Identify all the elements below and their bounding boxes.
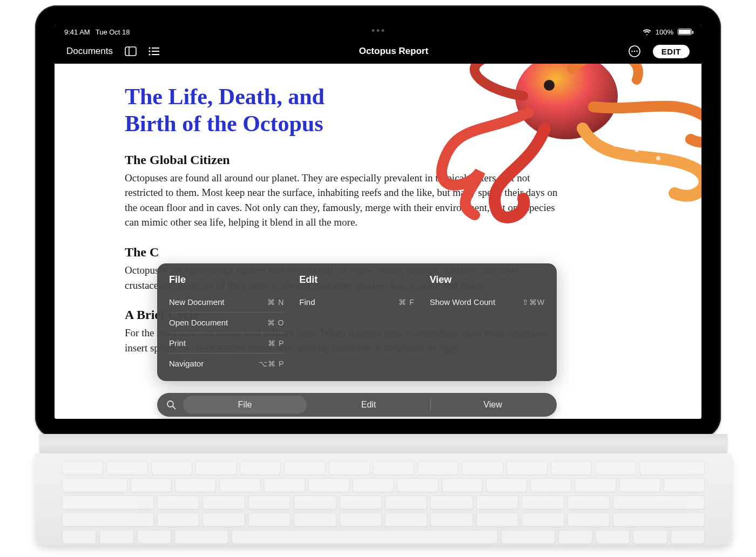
svg-point-14 [500,137,504,141]
shortcut-label: Find [299,297,315,307]
menubar-tab-view[interactable]: View [431,396,555,414]
status-date: Tue Oct 18 [96,28,130,36]
multitask-dots[interactable] [372,29,384,32]
list-icon[interactable] [148,47,159,56]
section-body: Octopuses are found all around our plane… [125,171,568,230]
svg-point-2 [148,47,150,49]
shortcut-column-title: View [430,274,545,286]
back-documents-button[interactable]: Documents [66,46,113,57]
shortcut-column-view: View Show Word Count ⇧⌘W [430,274,545,373]
svg-rect-3 [152,47,159,49]
shortcut-item[interactable]: Open Document ⌘ O [169,313,284,333]
shortcut-keys: ⌘ F [399,298,414,307]
sidebar-toggle-icon[interactable] [125,46,137,56]
shortcut-keys: ⌥⌘ P [259,359,284,368]
shortcut-search-button[interactable] [159,400,183,410]
shortcut-item[interactable]: New Document ⌘ N [169,292,284,313]
status-time: 9:41 AM [64,28,90,36]
shortcut-keys: ⌘ O [267,318,285,327]
shortcut-item[interactable]: Show Word Count ⇧⌘W [430,292,545,312]
svg-line-21 [173,406,176,409]
more-icon[interactable] [628,45,641,58]
shortcut-item[interactable]: Navigator ⌥⌘ P [169,354,284,373]
svg-point-12 [515,64,618,139]
svg-point-17 [613,142,617,147]
section-heading: The C [125,245,631,260]
svg-point-4 [148,50,150,52]
section-heading: The Global Citizen [125,153,631,167]
svg-rect-0 [125,47,136,56]
battery-percent: 100% [656,28,673,36]
shortcut-keys: ⌘ P [268,339,284,348]
wifi-icon [643,29,651,35]
svg-point-11 [636,51,638,52]
svg-point-13 [544,80,555,91]
menubar-tab-edit[interactable]: Edit [307,396,430,414]
search-icon [166,400,176,410]
shortcut-menu-bar: File Edit View [157,393,557,417]
menubar-tab-file[interactable]: File [183,396,307,414]
ipad-device: 9:41 AM Tue Oct 18 100% Documents [35,5,721,545]
svg-point-19 [656,156,660,160]
shortcut-item[interactable]: Find ⌘ F [299,292,414,312]
svg-point-20 [167,401,173,407]
app-toolbar: Documents Octopus Report EDIT [55,39,701,64]
magic-keyboard [35,434,732,545]
shortcut-column-title: Edit [299,274,414,286]
shortcut-keys: ⌘ N [267,298,284,307]
svg-rect-7 [152,54,159,55]
shortcut-label: Show Word Count [430,297,495,307]
shortcut-column-edit: Edit Find ⌘ F [299,274,414,373]
keyboard-shortcuts-panel: File New Document ⌘ N Open Document ⌘ O … [157,263,557,381]
shortcut-label: New Document [169,297,225,307]
svg-point-10 [634,51,636,52]
svg-rect-5 [152,51,159,52]
keyboard-keys [35,453,732,544]
document-area: The Life, Death, and Birth of the Octopu… [55,64,701,419]
svg-point-15 [489,148,493,152]
battery-icon [678,29,692,35]
edit-button[interactable]: EDIT [653,45,690,58]
shortcut-keys: ⇧⌘W [522,298,545,307]
shortcut-column-file: File New Document ⌘ N Open Document ⌘ O … [169,274,284,373]
shortcut-column-title: File [169,274,284,286]
screen: 9:41 AM Tue Oct 18 100% Documents [55,25,701,419]
shortcut-label: Open Document [169,318,228,327]
svg-point-9 [631,51,633,52]
svg-point-18 [634,148,639,152]
doc-heading: The Life, Death, and Birth of the Octopu… [125,83,373,138]
shortcut-item[interactable]: Print ⌘ P [169,333,284,354]
svg-point-6 [148,53,150,55]
status-bar: 9:41 AM Tue Oct 18 100% [55,25,701,39]
screen-bezel: 9:41 AM Tue Oct 18 100% Documents [35,5,721,438]
document-title: Octopus Report [359,46,428,57]
shortcut-label: Navigator [169,359,204,368]
shortcut-label: Print [169,338,186,348]
